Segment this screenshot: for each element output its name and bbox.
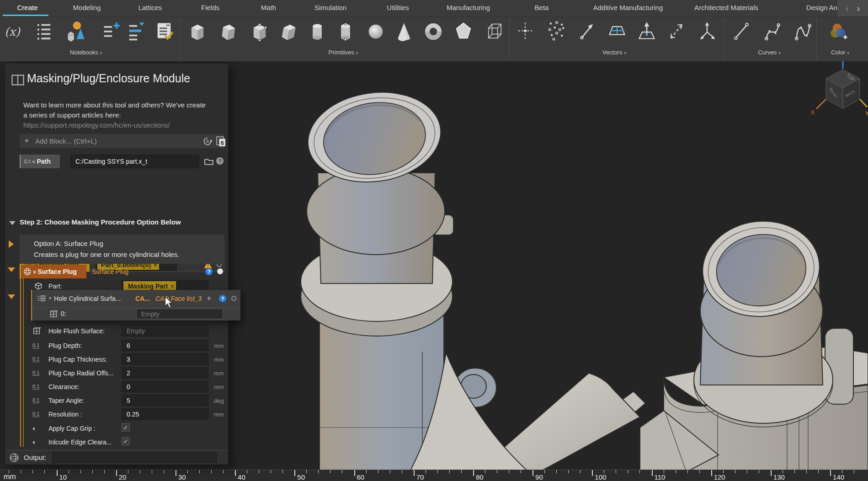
ruler-tick	[854, 470, 854, 473]
add-block-row[interactable]: + Add Block... (Ctrl+L) A 6	[20, 134, 224, 148]
help-icon[interactable]: ?	[219, 295, 226, 302]
pentagon-prism-icon[interactable]	[453, 20, 474, 43]
ruler-label: 10	[59, 473, 67, 481]
curve-icon[interactable]	[762, 20, 783, 43]
hole-cylindrical-value-full[interactable]: CAD Face list_3	[155, 295, 202, 302]
ruler-tick	[128, 470, 128, 473]
taper-angle-input[interactable]: 5	[122, 395, 208, 406]
output-input[interactable]	[52, 452, 217, 463]
color-dropdown[interactable]: Color▾	[831, 49, 849, 56]
ruler-tick	[104, 470, 105, 473]
ruler-tick	[176, 470, 176, 476]
index-input[interactable]: Empty	[136, 309, 223, 319]
box-skewed-icon[interactable]	[279, 20, 299, 43]
help-icon[interactable]: ?	[216, 157, 224, 165]
plane-icon[interactable]	[607, 20, 627, 43]
page-count-icon[interactable]: 6	[215, 136, 226, 147]
plug-cap-radial-input[interactable]: 2	[122, 367, 208, 379]
apply-cap-grip-checkbox[interactable]: ✓	[122, 423, 130, 432]
help-icon[interactable]: ?	[205, 268, 213, 275]
tab-math[interactable]: Math	[239, 0, 298, 16]
resolution-input[interactable]: 0.25	[122, 408, 208, 420]
ruler-tick	[9, 470, 9, 473]
notebook-icon[interactable]	[65, 20, 85, 43]
tab-architected-materials[interactable]: Architected Materials	[676, 0, 776, 16]
tab-modeling[interactable]: Modeling	[55, 0, 119, 16]
scroll-left-icon[interactable]: ‹	[846, 0, 849, 16]
cone-icon[interactable]	[394, 20, 414, 43]
tab-beta[interactable]: Beta	[504, 0, 580, 16]
line-segment-icon[interactable]	[731, 20, 751, 43]
path-input[interactable]: C:/Casting SSYS part.x_t	[70, 155, 199, 168]
box-icon[interactable]	[187, 20, 208, 43]
cylinder-icon[interactable]	[307, 20, 327, 43]
tab-manufacturing[interactable]: Manufacturing	[433, 0, 504, 16]
include-edge-clearance-label: Inlcude Edge Cleara...	[48, 438, 112, 446]
ruler-tick	[639, 470, 640, 473]
ruler-label: 110	[655, 473, 666, 481]
surface-plug-row[interactable]: ∨ Surface Plug Surface Plug ?	[20, 265, 224, 278]
function-x-icon[interactable]: (x)	[2, 20, 22, 43]
point-icon[interactable]	[515, 20, 535, 43]
hole-cylindrical-value-short[interactable]: CA...	[135, 295, 150, 302]
tab-scroll-buttons: ‹ ›	[837, 0, 868, 16]
ruler-tick	[199, 470, 200, 473]
ruler-tick	[223, 470, 224, 473]
clearance-input[interactable]: 0	[122, 381, 208, 392]
expand-import-part-icon[interactable]	[9, 240, 14, 248]
cylinder-vertices-icon[interactable]	[335, 20, 356, 43]
plug-depth-input[interactable]: 6	[122, 340, 208, 351]
include-edge-clearance-checkbox[interactable]: ✓	[122, 437, 130, 445]
tab-create[interactable]: Create	[0, 0, 55, 16]
folder-icon[interactable]	[204, 157, 214, 166]
scroll-right-icon[interactable]: ›	[857, 0, 860, 16]
ruler-tick	[461, 470, 462, 473]
ruler-tick	[366, 470, 367, 473]
tab-simulation[interactable]: Simulation	[298, 0, 363, 16]
box-vertices-icon[interactable]	[250, 20, 270, 43]
hole-cylindrical-row[interactable]: ∨ Hole Cylindrical Surfa... CA... CAD Fa…	[32, 290, 240, 307]
collapse-hole-cyl-icon[interactable]	[8, 294, 15, 299]
surface-plug-chip[interactable]: ∨ Surface Plug	[20, 265, 86, 278]
frame-icon[interactable]	[698, 20, 718, 43]
path-type-chip[interactable]: C:\ ∨ Path	[20, 155, 60, 168]
tab-additive-manufacturing[interactable]: Additive Manufacturing	[580, 0, 676, 16]
list-add-icon[interactable]	[101, 20, 121, 43]
ruler-label: 20	[119, 473, 127, 481]
collapse-step2-icon[interactable]	[9, 221, 16, 225]
support-link[interactable]: https://support.ntopology.com/hc/en-us/s…	[23, 121, 170, 129]
tab-fields[interactable]: Fields	[181, 0, 239, 16]
plane-normal-icon[interactable]	[637, 20, 657, 43]
boolean-icon: ◐	[32, 424, 37, 432]
tab-lattices[interactable]: Lattices	[119, 0, 181, 16]
add-item-icon[interactable]: +	[207, 294, 212, 303]
part-value-chip[interactable]: Masking Part ×	[123, 281, 176, 291]
ruler-tick	[568, 470, 569, 473]
curves-dropdown[interactable]: Curves▾	[758, 49, 781, 56]
hole-flush-input[interactable]: Empty	[122, 325, 208, 337]
tab-utilities[interactable]: Utilities	[363, 0, 433, 16]
ruler-unit-label: mm	[4, 473, 16, 481]
auto-update-icon[interactable]: A	[202, 136, 213, 147]
color-wheel-icon[interactable]	[829, 20, 849, 43]
sphere-icon[interactable]	[366, 20, 386, 43]
list-insert-icon[interactable]	[126, 20, 146, 43]
list-icon[interactable]	[34, 20, 54, 43]
implicit-body-icon	[9, 453, 19, 463]
vector-icon[interactable]	[577, 20, 597, 43]
box-wireframe-icon[interactable]	[485, 20, 505, 43]
hole-cylindrical-flyout: ∨ Hole Cylindrical Surfa... CA... CAD Fa…	[31, 290, 240, 321]
collapse-surface-plug-icon[interactable]	[8, 267, 15, 272]
box-rounded-icon[interactable]	[218, 20, 239, 43]
plug-cap-thickness-input[interactable]: 3	[122, 353, 208, 365]
close-icon[interactable]: ×	[168, 283, 174, 289]
primitives-dropdown[interactable]: Primitives▾	[329, 49, 358, 56]
dashed-vector-icon[interactable]	[666, 20, 687, 43]
form-check-icon[interactable]	[154, 20, 174, 43]
ruler-tick	[247, 470, 247, 473]
spline-icon[interactable]	[793, 20, 813, 43]
notebooks-dropdown[interactable]: Notebooks▾	[70, 49, 102, 56]
vectors-dropdown[interactable]: Vectors▾	[602, 49, 626, 56]
torus-icon[interactable]	[423, 20, 443, 43]
point-cloud-icon[interactable]	[546, 20, 566, 43]
